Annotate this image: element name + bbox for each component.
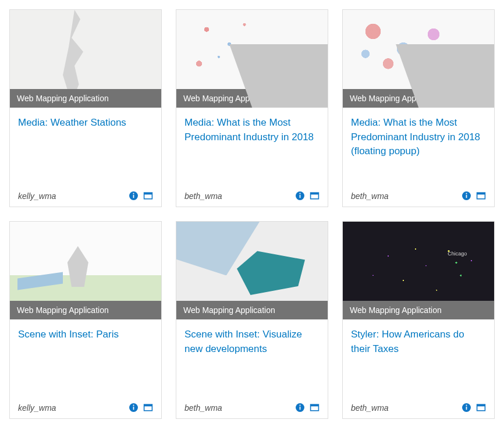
item-owner: kelly_wma xyxy=(18,191,56,201)
info-icon[interactable] xyxy=(129,403,139,413)
info-icon[interactable] xyxy=(295,403,305,413)
svg-rect-16 xyxy=(133,407,134,410)
svg-rect-9 xyxy=(311,193,319,194)
svg-rect-29 xyxy=(477,404,485,406)
item-actions xyxy=(129,403,153,413)
item-card: Web Mapping Application Media: What is t… xyxy=(342,9,495,207)
item-title-link[interactable]: Media: What is the Most Predominant Indu… xyxy=(351,116,486,159)
item-title-link[interactable]: Styler: How Americans do their Taxes xyxy=(351,328,486,356)
svg-rect-24 xyxy=(311,404,319,406)
svg-point-2 xyxy=(133,193,134,194)
svg-rect-26 xyxy=(466,407,467,410)
open-icon[interactable] xyxy=(310,403,320,413)
items-grid: Web Mapping Application Media: Weather S… xyxy=(9,9,495,419)
item-owner: kelly_wma xyxy=(18,403,56,413)
item-card: Web Mapping Application Scene with Inset… xyxy=(176,221,328,419)
item-owner: beth_wma xyxy=(351,403,389,413)
item-title-link[interactable]: Media: What is the Most Predominant Indu… xyxy=(184,116,320,144)
item-card: Web Mapping Application Scene with Inset… xyxy=(9,221,162,419)
item-type-badge: Web Mapping Application xyxy=(343,301,494,319)
svg-point-17 xyxy=(133,405,134,406)
item-card: Web Mapping Application Media: What is t… xyxy=(176,9,328,207)
item-thumbnail[interactable]: Web Mapping Application xyxy=(343,222,494,319)
open-icon[interactable] xyxy=(310,191,320,201)
info-icon[interactable] xyxy=(462,403,471,413)
item-title-link[interactable]: Scene with Inset: Visualize new developm… xyxy=(184,328,320,356)
svg-point-27 xyxy=(466,405,467,406)
open-icon[interactable] xyxy=(476,191,486,201)
item-thumbnail[interactable]: Web Mapping Application xyxy=(176,222,328,319)
info-icon[interactable] xyxy=(295,191,305,201)
item-actions xyxy=(462,403,486,413)
info-icon[interactable] xyxy=(129,191,139,201)
svg-rect-19 xyxy=(144,404,152,406)
open-icon[interactable] xyxy=(143,191,153,201)
item-type-badge: Web Mapping Application xyxy=(343,89,494,108)
item-owner: beth_wma xyxy=(184,403,222,413)
item-type-badge: Web Mapping Application xyxy=(176,301,328,319)
item-thumbnail[interactable]: Web Mapping Application xyxy=(343,10,494,108)
item-actions xyxy=(295,403,320,413)
item-owner: beth_wma xyxy=(351,191,389,201)
svg-point-22 xyxy=(299,405,300,406)
svg-rect-21 xyxy=(300,407,301,410)
item-thumbnail[interactable]: Web Mapping Application xyxy=(10,222,161,319)
item-actions xyxy=(295,191,320,201)
open-icon[interactable] xyxy=(476,403,486,413)
svg-rect-1 xyxy=(133,195,134,198)
item-actions xyxy=(462,191,486,201)
item-type-badge: Web Mapping Application xyxy=(10,301,161,319)
item-title-link[interactable]: Scene with Inset: Paris xyxy=(18,328,153,342)
item-thumbnail[interactable]: Web Mapping Application xyxy=(176,10,328,108)
item-type-badge: Web Mapping Application xyxy=(176,89,328,108)
item-owner: beth_wma xyxy=(184,191,222,201)
item-thumbnail[interactable]: Web Mapping Application xyxy=(10,10,161,108)
svg-rect-4 xyxy=(144,193,152,194)
open-icon[interactable] xyxy=(143,403,153,413)
svg-rect-6 xyxy=(300,195,301,198)
info-icon[interactable] xyxy=(462,191,471,201)
svg-point-12 xyxy=(466,193,467,194)
item-title-link[interactable]: Media: Weather Stations xyxy=(18,116,153,130)
item-actions xyxy=(129,191,153,201)
svg-point-7 xyxy=(299,193,300,194)
item-card: Web Mapping Application Media: Weather S… xyxy=(9,9,162,207)
svg-rect-11 xyxy=(466,195,467,198)
svg-rect-14 xyxy=(477,193,485,194)
item-card: Web Mapping Application Styler: How Amer… xyxy=(342,221,495,419)
item-type-badge: Web Mapping Application xyxy=(10,89,161,108)
